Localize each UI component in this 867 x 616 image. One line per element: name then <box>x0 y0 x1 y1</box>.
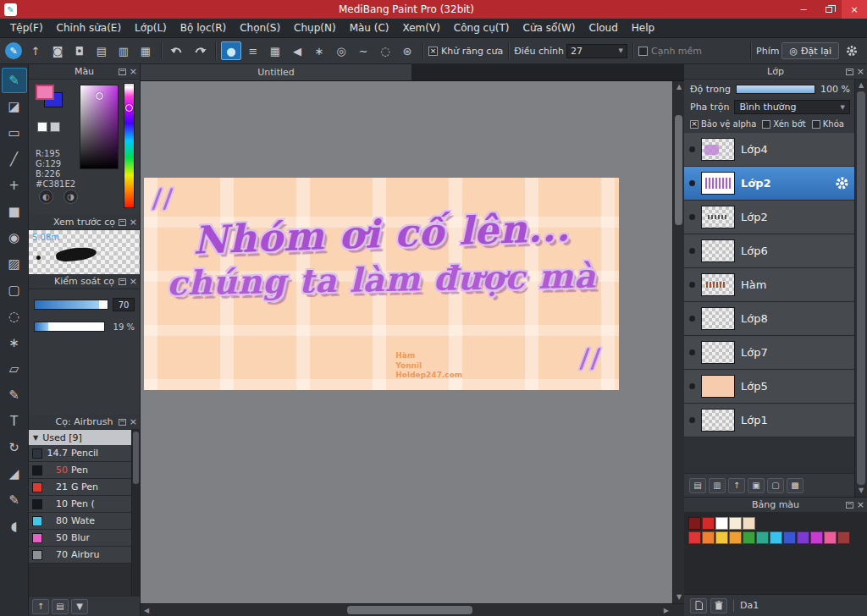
add-brush-button[interactable]: ▤ <box>52 599 69 614</box>
scrollbar-thumb[interactable] <box>675 115 682 225</box>
menu-item[interactable]: Cửa sổ(W) <box>516 19 583 36</box>
palette-swatch[interactable] <box>837 531 850 544</box>
tip-settings-gear-icon[interactable]: ⊛ <box>397 41 417 60</box>
curve-tip-icon[interactable]: ∼ <box>353 41 373 60</box>
layer-row[interactable]: Lớp5 <box>684 370 854 404</box>
comment-icon[interactable]: ◙ <box>47 41 68 60</box>
layer-settings-gear-icon[interactable] <box>835 176 849 190</box>
brush-item[interactable]: 80 Wate <box>29 513 131 530</box>
export-icon[interactable]: ↑ <box>25 41 46 60</box>
sv-picker-dot[interactable] <box>96 92 103 100</box>
select-tool[interactable]: ▢ <box>2 278 27 303</box>
visibility-dot-icon[interactable] <box>689 417 695 423</box>
layer-row[interactable]: Lớp7 <box>684 336 854 370</box>
close-panel-icon[interactable]: × <box>857 500 864 509</box>
settings-gear-icon[interactable] <box>842 41 862 60</box>
close-panel-icon[interactable]: × <box>130 277 137 286</box>
add-pixel-layer-button[interactable]: ▥ <box>709 478 726 493</box>
brush-item[interactable]: 21 G Pen <box>29 479 131 496</box>
minimize-button[interactable]: ─ <box>791 0 816 19</box>
chat-icon[interactable]: ◘ <box>69 41 90 60</box>
rings-tip-icon[interactable]: ◎ <box>331 41 351 60</box>
scroll-down-icon[interactable]: ▼ <box>859 487 864 494</box>
scroll-down-icon[interactable]: ▼ <box>676 594 682 601</box>
scroll-right-icon[interactable]: ▶ <box>664 608 669 614</box>
redo-icon[interactable] <box>190 41 210 60</box>
mini-swatch-1[interactable] <box>37 122 47 132</box>
adjust-input[interactable]: 27 ▼ <box>566 44 627 58</box>
color-web-icon[interactable]: ◐ <box>39 190 53 204</box>
layer-row[interactable]: Lớp2 <box>684 167 854 201</box>
brush-menu-button[interactable]: ▼ <box>71 599 88 614</box>
visibility-dot-icon[interactable] <box>689 282 695 288</box>
lines-tip-icon[interactable]: ≡ <box>243 41 263 60</box>
brush-item[interactable]: 10 Pen ( <box>29 496 131 513</box>
visibility-dot-icon[interactable] <box>689 383 695 389</box>
triangle-tip-icon[interactable]: ◀ <box>287 41 307 60</box>
close-panel-icon[interactable]: × <box>857 67 864 76</box>
brush-size-value[interactable]: 70 <box>113 298 135 311</box>
opacity-slider[interactable] <box>736 85 815 94</box>
hue-picker-dot[interactable] <box>125 104 133 112</box>
bucket-tool[interactable]: ◉ <box>2 225 27 250</box>
gradient-tool[interactable]: ▨ <box>2 251 27 277</box>
reset-button[interactable]: ◎ Đặt lại <box>781 42 839 59</box>
menu-item[interactable]: Chọn(S) <box>233 19 287 36</box>
menu-item[interactable]: Bộ lọc(R) <box>174 19 233 36</box>
palette-swatch[interactable] <box>688 531 701 544</box>
eraser-tool[interactable]: ◪ <box>2 94 27 119</box>
document-icon[interactable]: ▤ <box>91 41 112 60</box>
layer-row[interactable]: Lớp8 <box>684 302 854 336</box>
float-panel-icon[interactable] <box>846 502 853 509</box>
layers-scrollbar[interactable]: ▲ ▼ <box>854 80 867 497</box>
palette-swatch[interactable] <box>702 517 715 530</box>
palette-swatch[interactable] <box>797 531 809 544</box>
duplicate-layer-button[interactable]: ▩ <box>787 478 803 493</box>
merge-layer-button[interactable]: ↑ <box>728 478 745 493</box>
undo-icon[interactable] <box>167 41 187 60</box>
palette-swatch[interactable] <box>810 531 823 544</box>
layer-option-checkbox[interactable]: × Bảo vệ alpha <box>690 119 756 129</box>
palette-swatch[interactable] <box>770 531 782 544</box>
rotate-tool[interactable]: ↻ <box>2 435 27 460</box>
main-brush-icon[interactable]: ✎ <box>5 42 22 59</box>
text-tool[interactable]: T <box>2 409 27 434</box>
brush-group-header[interactable]: ▼ Used [9] <box>29 430 131 445</box>
scroll-up-icon[interactable]: ▲ <box>676 84 682 91</box>
menu-item[interactable]: Màu (C) <box>343 19 396 36</box>
brush-opacity-slider[interactable] <box>34 322 105 332</box>
visibility-dot-icon[interactable] <box>689 316 695 322</box>
canvas-vscrollbar[interactable]: ▲ ▼ <box>672 81 684 603</box>
divide-tool[interactable]: ╱ <box>2 146 27 172</box>
mini-swatch-2[interactable] <box>50 122 60 132</box>
lasso-tool[interactable]: ◌ <box>2 304 27 329</box>
layer-row[interactable]: Hàm <box>684 268 854 302</box>
blend-mode-select[interactable]: Bình thường ▼ <box>734 100 850 114</box>
palette-swatch[interactable] <box>729 531 742 544</box>
float-panel-icon[interactable] <box>846 69 853 75</box>
menu-item[interactable]: Help <box>625 19 661 36</box>
menu-item[interactable]: Công cụ(T) <box>447 19 516 36</box>
menu-item[interactable]: Tệp(F) <box>3 19 50 36</box>
move-tool[interactable]: + <box>2 173 27 198</box>
close-button[interactable]: × <box>842 0 867 19</box>
brush-item[interactable]: 14.7 Pencil <box>29 445 131 462</box>
brush-item[interactable]: 50 Pen <box>29 462 131 479</box>
menu-item[interactable]: Xem(V) <box>396 19 447 36</box>
antialias-checkbox[interactable]: × Khử răng cưa <box>428 46 503 57</box>
soft-edge-checkbox[interactable]: Cạnh mềm <box>638 46 702 57</box>
scatter-tip-icon[interactable]: ∗ <box>309 41 329 60</box>
scrollbar-thumb[interactable] <box>347 606 472 614</box>
restore-button[interactable] <box>816 0 842 19</box>
palette-swatch[interactable] <box>702 531 715 544</box>
menu-item[interactable]: Chụp(N) <box>287 19 343 36</box>
close-panel-icon[interactable]: × <box>130 217 137 227</box>
layer-option-checkbox[interactable]: Khóa <box>812 119 844 129</box>
layer-row[interactable]: Lớp2 <box>684 201 854 234</box>
menu-item[interactable]: Lớp(L) <box>128 19 174 36</box>
add-folder-button[interactable]: ▣ <box>748 478 765 493</box>
brush-tool[interactable]: ✎ <box>2 68 27 93</box>
pen-tool[interactable]: ✎ <box>2 487 27 513</box>
float-panel-icon[interactable] <box>119 419 126 426</box>
brush-list-scrollbar[interactable] <box>131 430 140 596</box>
